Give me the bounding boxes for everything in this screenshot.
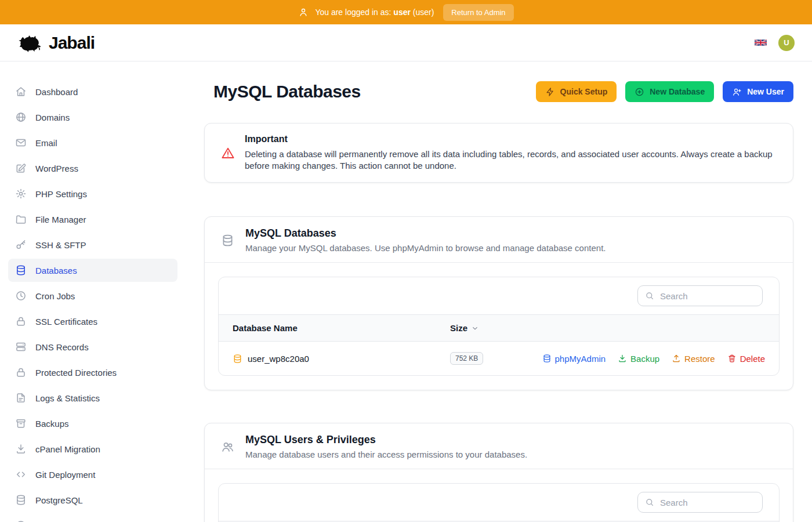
plus-circle-icon [635,87,644,97]
databases-section: MySQL Databases Manage your MySQL databa… [204,216,793,390]
table-row: user_wp8c20a0 752 KB phpMyAdmin Backup [219,341,779,375]
sidebar-item-ssl-certificates[interactable]: SSL Certificates [8,310,177,333]
logged-in-message: You are logged in as: user (user) [298,7,434,17]
home-icon [15,86,27,97]
sidebar-item-postgresql[interactable]: PostgreSQL [8,488,177,512]
logged-in-role: (user) [413,8,434,17]
app-header: Jabali U [0,24,812,61]
database-icon [15,494,27,506]
lock-icon [15,316,27,327]
database-icon [542,354,552,363]
lock-icon [15,367,27,378]
users-section-subtitle: Manage database users and their access p… [245,449,527,459]
language-flag-icon[interactable] [755,38,767,47]
column-database-name: Database Name [233,323,450,333]
logged-in-prefix: You are logged in as: [315,8,391,17]
sidebar-item-label: DNS Records [35,342,89,352]
sidebar-item-php-settings[interactable]: PHP Settings [8,182,177,205]
sidebar-item-git-deployment[interactable]: Git Deployment [8,463,177,486]
sidebar-item-file-manager[interactable]: File Manager [8,208,177,231]
sidebar-item-email[interactable]: Email [8,131,177,154]
sidebar-item-backups[interactable]: Backups [8,412,177,435]
sidebar-item-label: cPanel Migration [35,444,100,454]
column-size-sort[interactable]: Size [450,323,765,333]
server-icon [15,341,27,353]
folder-icon [15,213,27,225]
sidebar-item-dashboard[interactable]: Dashboard [8,80,177,103]
users-search-input[interactable] [659,497,755,508]
file-icon [15,392,27,404]
delete-link[interactable]: Delete [727,354,765,364]
sidebar-item-label: Cron Jobs [35,291,75,301]
databases-section-subtitle: Manage your MySQL databases. Use phpMyAd… [245,243,606,253]
key-icon [15,239,27,251]
databases-search [637,285,763,306]
sidebar-item-logs-statistics[interactable]: Logs & Statistics [8,386,177,409]
database-icon [15,264,27,276]
sidebar-item-label: Backups [35,419,69,429]
download-icon [15,443,27,455]
database-size-badge: 752 KB [450,352,483,365]
user-avatar[interactable]: U [778,35,795,51]
chevron-down-icon [471,324,479,332]
backup-link[interactable]: Backup [618,354,659,364]
search-icon [645,498,654,507]
databases-section-title: MySQL Databases [245,227,606,240]
sidebar-item-label: Email [35,138,57,148]
sidebar-item-label: SSL Certificates [35,317,97,327]
sidebar-item-wordpress[interactable]: WordPress [8,157,177,180]
sidebar-nav: Dashboard Domains Email WordPress PHP Se… [0,61,186,522]
boar-logo-icon [16,33,43,53]
database-icon [221,234,234,247]
sidebar-item-label: Dashboard [35,87,78,97]
sidebar-item-domains[interactable]: Domains [8,106,177,129]
brand-logo[interactable]: Jabali [16,33,95,53]
sidebar-item-label: Logs & Statistics [35,393,100,403]
lightning-icon [545,87,555,97]
edit-icon [15,162,27,174]
sidebar-item-protected-directories[interactable]: Protected Directories [8,361,177,384]
upload-icon [672,354,681,363]
main-content: MySQL Databases Quick Setup New Database… [186,61,812,522]
logged-in-username: user [393,8,411,17]
sidebar-item-label: Protected Directories [35,368,117,378]
sidebar-item-cpanel-migration[interactable]: cPanel Migration [8,437,177,461]
phpmyadmin-link[interactable]: phpMyAdmin [542,354,606,364]
mail-icon [15,137,27,148]
important-notice: Important Deleting a database will perma… [204,123,793,183]
brand-name: Jabali [49,33,95,53]
sidebar-item-ssh-sftp[interactable]: SSH & SFTP [8,233,177,256]
users-search [637,492,763,513]
page-title: MySQL Databases [213,82,361,102]
return-to-admin-button[interactable]: Return to Admin [443,4,513,21]
new-database-button[interactable]: New Database [625,81,714,102]
code-icon [15,469,27,480]
archive-icon [15,418,27,429]
databases-search-input[interactable] [659,291,755,302]
gear-icon [15,188,27,200]
sidebar-item-dns-records[interactable]: DNS Records [8,335,177,358]
restore-link[interactable]: Restore [672,354,715,364]
download-icon [618,354,627,363]
sidebar-item-label: File Manager [35,215,86,224]
sidebar-item-label: Domains [35,113,70,122]
database-icon [233,354,242,364]
sidebar-item-cron-jobs[interactable]: Cron Jobs [8,284,177,307]
databases-table-header: Database Name Size [219,314,779,341]
new-user-button[interactable]: New User [723,81,793,102]
globe-icon [15,111,27,123]
notice-title: Important [245,134,777,144]
quick-setup-button[interactable]: Quick Setup [536,81,617,102]
clock-icon [15,290,27,302]
users-section-title: MySQL Users & Privileges [245,434,527,446]
user-plus-icon [732,87,742,97]
sidebar-item-label: Databases [35,266,77,276]
sidebar-item-label: PHP Settings [35,189,87,199]
search-icon [645,291,654,300]
sidebar-item-partial[interactable] [8,514,177,522]
impersonation-banner: You are logged in as: user (user) Return… [0,0,812,24]
sidebar-item-databases[interactable]: Databases [8,259,177,282]
clock-icon [15,520,27,522]
sidebar-item-label: WordPress [35,164,78,173]
sidebar-item-label: PostgreSQL [35,495,83,505]
